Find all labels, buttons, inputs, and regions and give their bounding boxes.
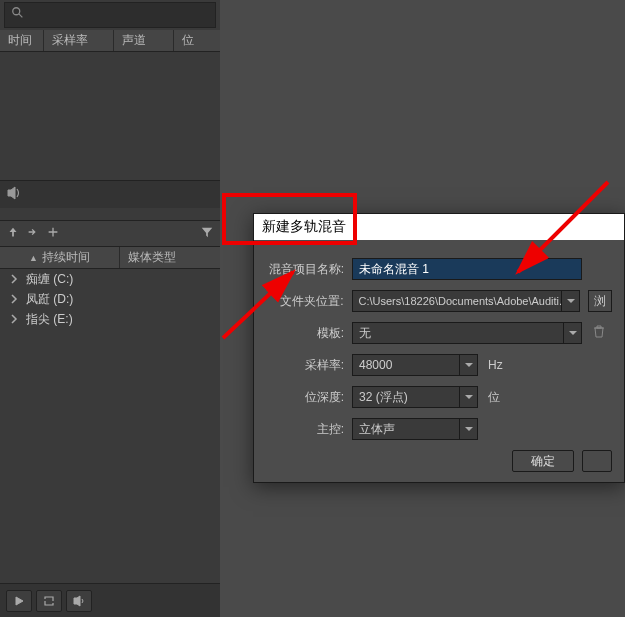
label-master: 主控: (266, 421, 352, 438)
svg-marker-4 (74, 596, 80, 606)
chevron-right-icon (8, 293, 20, 305)
up-icon[interactable] (6, 225, 20, 243)
col-media-type[interactable]: 媒体类型 (120, 247, 220, 268)
col-duration[interactable]: ▲ 持续时间 (0, 247, 120, 268)
label-template: 模板: (266, 325, 352, 342)
svg-marker-2 (8, 187, 15, 199)
svg-point-0 (13, 8, 20, 15)
browse-button[interactable]: 浏 (588, 290, 612, 312)
add-shortcut-icon[interactable] (46, 225, 60, 243)
sample-rate-dropdown-button[interactable] (460, 354, 478, 376)
top-panel-empty (0, 52, 220, 180)
label-bit-depth: 位深度: (266, 389, 352, 406)
svg-line-1 (19, 14, 23, 18)
bit-depth-dropdown-button[interactable] (460, 386, 478, 408)
template-dropdown-button[interactable] (564, 322, 582, 344)
label-folder: 文件夹位置: (266, 293, 352, 310)
media-toolbar (0, 221, 220, 247)
speaker-icon[interactable] (6, 185, 22, 205)
svg-marker-5 (567, 299, 575, 303)
ok-button[interactable]: 确定 (512, 450, 574, 472)
media-browser-panel: ▲ 持续时间 媒体类型 痴缠 (C:) 凤跹 (D:) 指尖 (E:) (0, 220, 220, 617)
sample-rate-select[interactable]: 48000 (352, 354, 460, 376)
svg-marker-6 (569, 331, 577, 335)
search-icon (11, 6, 25, 24)
files-top-panel: 时间 采样率 声道 位 (0, 2, 220, 207)
drive-item[interactable]: 凤跹 (D:) (0, 289, 220, 309)
chevron-right-icon (8, 273, 20, 285)
delete-template-button[interactable] (592, 324, 610, 342)
svg-marker-8 (465, 395, 473, 399)
template-select[interactable]: 无 (352, 322, 564, 344)
svg-marker-7 (465, 363, 473, 367)
master-select[interactable]: 立体声 (352, 418, 460, 440)
folder-path-box[interactable]: C:\Users\18226\Documents\Adobe\Auditi... (352, 290, 563, 312)
unit-hz: Hz (488, 358, 503, 372)
col-channels[interactable]: 声道 (114, 30, 174, 51)
col-sample-rate[interactable]: 采样率 (44, 30, 114, 51)
unit-bit: 位 (488, 389, 500, 406)
loop-button[interactable] (36, 590, 62, 612)
media-columns-header: ▲ 持续时间 媒体类型 (0, 247, 220, 269)
filter-icon[interactable] (200, 225, 214, 243)
play-button[interactable] (6, 590, 32, 612)
autoplay-button[interactable] (66, 590, 92, 612)
sort-triangle-icon: ▲ (29, 253, 38, 263)
label-name: 混音项目名称: (266, 261, 352, 278)
col-bits[interactable]: 位 (174, 30, 220, 51)
folder-dropdown-button[interactable] (562, 290, 580, 312)
drive-item[interactable]: 痴缠 (C:) (0, 269, 220, 289)
top-columns-header: 时间 采样率 声道 位 (0, 30, 220, 52)
bit-depth-select[interactable]: 32 (浮点) (352, 386, 460, 408)
forward-icon[interactable] (26, 225, 40, 243)
search-bar[interactable] (4, 2, 216, 28)
playback-bar (0, 583, 220, 617)
new-multitrack-dialog: 新建多轨混音 混音项目名称: 文件夹位置: C:\Users\18226\Doc… (253, 213, 625, 483)
dialog-title: 新建多轨混音 (254, 214, 624, 240)
svg-marker-9 (465, 427, 473, 431)
chevron-right-icon (8, 313, 20, 325)
master-dropdown-button[interactable] (460, 418, 478, 440)
col-time[interactable]: 时间 (0, 30, 44, 51)
svg-marker-3 (16, 597, 23, 605)
mix-name-input[interactable] (352, 258, 582, 280)
drive-item[interactable]: 指尖 (E:) (0, 309, 220, 329)
cancel-button[interactable] (582, 450, 612, 472)
label-sample-rate: 采样率: (266, 357, 352, 374)
preview-row (0, 180, 220, 208)
left-sidebar: 时间 采样率 声道 位 ▲ 持续时间 媒体类型 (0, 0, 220, 617)
